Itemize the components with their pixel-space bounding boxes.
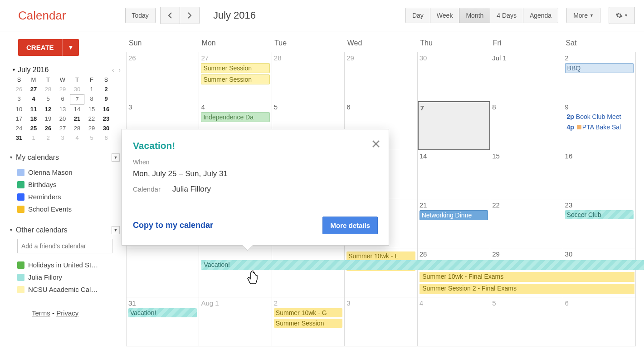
mini-prev-button[interactable]: ‹: [110, 66, 116, 74]
day-cell[interactable]: Summer 10wk - LSummer Session: [345, 248, 417, 297]
mini-day-cell[interactable]: 1: [26, 133, 41, 143]
calendar-item[interactable]: Olenna Mason: [17, 166, 122, 178]
mini-day-cell[interactable]: 29: [84, 123, 99, 133]
mini-day-cell[interactable]: 10: [12, 104, 26, 114]
mini-day-cell[interactable]: 23: [99, 114, 113, 123]
event-chip[interactable]: 4p PTA Bake Sal: [565, 123, 634, 132]
mini-day-cell[interactable]: 8: [84, 94, 99, 104]
day-cell[interactable]: 2Summer 10wk - GSummer Session: [272, 297, 345, 346]
settings-button[interactable]: ▼: [609, 7, 635, 24]
day-cell[interactable]: 23Soccer Club: [563, 199, 636, 248]
mini-day-cell[interactable]: 24: [12, 123, 26, 133]
mini-day-cell[interactable]: 11: [26, 104, 41, 114]
expand-icon[interactable]: ▼: [9, 155, 13, 160]
event-bar[interactable]: Summer 10wk - Final Exams: [420, 272, 634, 282]
mini-day-cell[interactable]: 6: [55, 94, 70, 104]
mini-day-cell[interactable]: 12: [41, 104, 55, 114]
event-chip[interactable]: Summer Session: [201, 63, 269, 73]
mini-day-cell[interactable]: 20: [55, 114, 70, 123]
event-chip[interactable]: Soccer Club: [565, 210, 634, 219]
terms-link[interactable]: Terms: [32, 309, 50, 317]
mini-day-cell[interactable]: 2: [99, 84, 113, 94]
more-button[interactable]: More ▼: [566, 8, 600, 23]
calendar-item[interactable]: Julia Fillory: [17, 271, 122, 283]
day-cell[interactable]: 2BBQ: [563, 52, 636, 101]
mini-day-cell[interactable]: 2: [41, 133, 55, 143]
mini-day-cell[interactable]: 31: [12, 133, 26, 143]
view-tab-day[interactable]: Day: [405, 8, 430, 23]
day-cell[interactable]: 3: [345, 297, 417, 346]
mini-day-cell[interactable]: 3: [55, 133, 70, 143]
today-button[interactable]: Today: [125, 8, 156, 23]
mini-day-cell[interactable]: 22: [84, 114, 99, 123]
day-cell[interactable]: 26: [127, 52, 199, 101]
mini-day-cell[interactable]: 30: [99, 123, 113, 133]
calendar-item[interactable]: Reminders: [17, 191, 122, 203]
expand-icon[interactable]: ▼: [12, 68, 16, 72]
day-cell[interactable]: [272, 248, 345, 297]
calendar-item[interactable]: Holidays in United St…: [17, 259, 122, 271]
day-cell[interactable]: 30: [418, 52, 490, 101]
calendar-item[interactable]: School Events: [17, 203, 122, 215]
add-friend-input[interactable]: [17, 239, 112, 253]
mini-day-cell[interactable]: 9: [99, 94, 113, 104]
mini-day-cell[interactable]: 1: [84, 84, 99, 94]
event-chip[interactable]: Summer Session: [274, 319, 342, 328]
day-cell[interactable]: 22: [490, 199, 563, 248]
mini-day-cell[interactable]: 6: [99, 133, 113, 143]
mini-day-cell[interactable]: 27: [26, 84, 41, 94]
mini-day-cell[interactable]: 15: [84, 104, 99, 114]
day-cell[interactable]: 15: [490, 150, 563, 199]
more-details-button[interactable]: More details: [322, 217, 378, 234]
copy-to-calendar-link[interactable]: Copy to my calendar: [133, 221, 213, 230]
day-cell[interactable]: 29: [345, 52, 417, 101]
close-button[interactable]: [371, 138, 381, 152]
day-cell[interactable]: 5: [490, 297, 563, 346]
day-cell[interactable]: 16: [563, 150, 636, 199]
calendar-item[interactable]: NCSU Academic Cal…: [17, 283, 122, 296]
mini-day-cell[interactable]: 4: [26, 94, 41, 104]
view-tab-4-days[interactable]: 4 Days: [490, 8, 523, 23]
mini-day-cell[interactable]: 26: [12, 84, 26, 94]
mini-day-cell[interactable]: 21: [70, 114, 84, 123]
mini-day-cell[interactable]: 4: [70, 133, 84, 143]
mini-day-cell[interactable]: 16: [99, 104, 113, 114]
day-cell[interactable]: 92p Book Club Meet4p PTA Bake Sal: [563, 101, 636, 150]
day-cell[interactable]: 27Summer SessionSummer Session: [199, 52, 272, 101]
other-calendars-menu-button[interactable]: ▼: [112, 226, 120, 234]
privacy-link[interactable]: Privacy: [56, 309, 78, 317]
event-chip[interactable]: Summer Session: [201, 74, 269, 84]
mini-day-cell[interactable]: 19: [41, 114, 55, 123]
day-cell[interactable]: [199, 248, 272, 297]
mini-day-cell[interactable]: 26: [41, 123, 55, 133]
day-cell[interactable]: 21Networking Dinne: [418, 199, 490, 248]
event-chip[interactable]: 2p Book Club Meet: [565, 112, 634, 121]
popup-title[interactable]: Vacation!: [133, 140, 378, 151]
event-chip[interactable]: BBQ: [565, 63, 634, 73]
day-cell[interactable]: 31Vacation!: [127, 297, 199, 346]
view-tab-month[interactable]: Month: [459, 8, 490, 23]
day-cell[interactable]: 14: [418, 150, 490, 199]
mini-day-cell[interactable]: 29: [55, 84, 70, 94]
mini-day-cell[interactable]: 27: [55, 123, 70, 133]
day-cell[interactable]: 28: [272, 52, 345, 101]
mini-day-cell[interactable]: 28: [41, 84, 55, 94]
day-cell[interactable]: 6: [563, 297, 636, 346]
event-bar[interactable]: Summer Session 2 - Final Exams: [420, 284, 634, 294]
mini-day-cell[interactable]: 30: [70, 84, 84, 94]
create-button[interactable]: CREATE: [18, 39, 62, 56]
event-chip[interactable]: Vacation!: [128, 308, 197, 317]
day-cell[interactable]: [127, 248, 199, 297]
view-tab-week[interactable]: Week: [430, 8, 460, 23]
next-button[interactable]: [180, 7, 200, 24]
mini-day-cell[interactable]: 3: [12, 94, 26, 104]
view-tab-agenda[interactable]: Agenda: [523, 8, 558, 23]
event-chip[interactable]: Summer 10wk - G: [274, 308, 342, 317]
my-calendars-menu-button[interactable]: ▼: [112, 153, 120, 162]
mini-day-cell[interactable]: 28: [70, 123, 84, 133]
event-chip[interactable]: Summer 10wk - L: [346, 251, 415, 261]
event-chip[interactable]: Networking Dinne: [420, 210, 488, 220]
prev-button[interactable]: [160, 7, 180, 24]
mini-next-button[interactable]: ›: [117, 66, 122, 74]
day-cell[interactable]: Aug 1: [199, 297, 272, 346]
